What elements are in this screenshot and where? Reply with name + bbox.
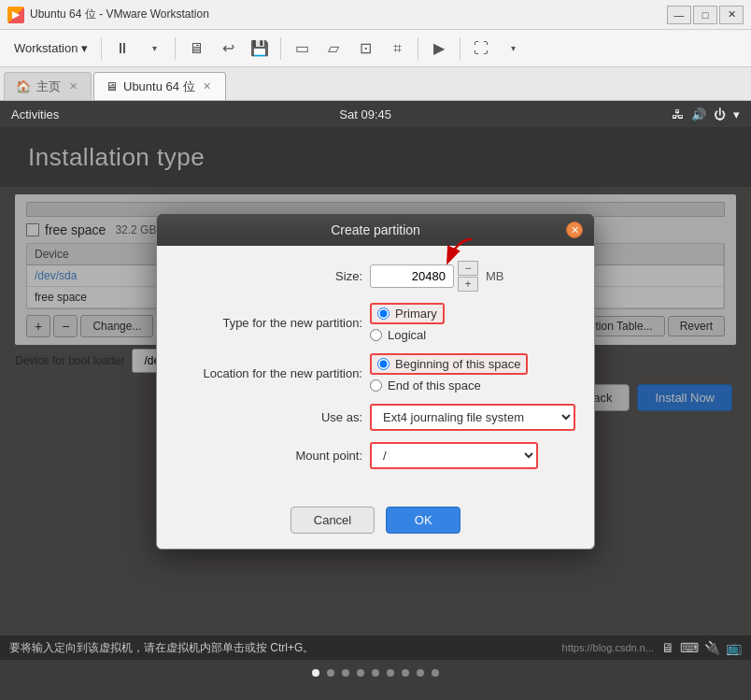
- suspend-button[interactable]: 💾: [246, 36, 274, 62]
- end-radio-row: End of this space: [370, 379, 528, 393]
- home-tab-label: 主页: [36, 79, 61, 95]
- dot-4: [357, 669, 364, 677]
- toolbar-view-3[interactable]: ⊡: [351, 36, 379, 62]
- partition-type-row: Type for the new partition: Primary Logi…: [176, 303, 575, 342]
- partition-type-label: Type for the new partition:: [176, 316, 362, 330]
- toolbar-dropdown-1[interactable]: ▾: [140, 36, 168, 62]
- toolbar-sep-3: [280, 37, 281, 60]
- end-radio[interactable]: [370, 379, 382, 392]
- size-input-group: − + MB: [370, 261, 504, 292]
- usb-icon: 🔌: [704, 640, 720, 655]
- ubuntu-topbar-right: 🖧 🔊 ⏻ ▾: [672, 107, 740, 121]
- location-label: Location for the new partition:: [176, 366, 362, 380]
- toolbar-sep-5: [460, 37, 461, 60]
- terminal-button[interactable]: ▶: [425, 36, 453, 62]
- toolbar-view-4[interactable]: ⌗: [383, 36, 411, 62]
- size-stepper: − +: [458, 261, 478, 292]
- mount-point-row: Mount point: /: [176, 442, 575, 469]
- primary-label: Primary: [395, 307, 437, 321]
- size-input[interactable]: [370, 264, 454, 288]
- pause-button[interactable]: ⏸: [108, 36, 136, 62]
- keyboard-icon: ⌨: [680, 640, 699, 655]
- dialog-titlebar: Create partition ✕: [157, 214, 594, 246]
- beginning-radio-row: Beginning of this space: [370, 353, 528, 375]
- toolbar-sep-2: [175, 37, 176, 60]
- cancel-button[interactable]: Cancel: [290, 507, 375, 534]
- size-increase-button[interactable]: +: [458, 277, 478, 292]
- window-title: Ubuntu 64 位 - VMware Workstation: [30, 7, 667, 22]
- dot-7: [402, 669, 409, 677]
- toolbar-sep-4: [418, 37, 418, 60]
- dropdown-arrow: ▾: [81, 41, 88, 55]
- statusbar: 要将输入定向到该虚拟机，请在虚拟机内部单击或按 Ctrl+G。 https://…: [0, 636, 751, 660]
- size-row: Size: − + MB: [176, 261, 575, 292]
- modal-overlay: Create partition ✕ Size: − +: [0, 127, 751, 636]
- size-decrease-button[interactable]: −: [458, 261, 478, 276]
- ubuntu-tab-icon: 🖥: [106, 79, 118, 93]
- size-unit: MB: [486, 269, 504, 283]
- toolbar-sep-1: [101, 37, 102, 60]
- ubuntu-content: Installation type free space 32.2 GB Dev…: [0, 127, 751, 636]
- size-label: Size:: [176, 269, 362, 283]
- toolbar-view-2[interactable]: ▱: [319, 36, 347, 62]
- dot-3: [342, 669, 349, 677]
- location-row: Location for the new partition: Beginnin…: [176, 353, 575, 393]
- minimize-button[interactable]: —: [667, 6, 691, 24]
- mount-point-select[interactable]: /: [370, 442, 538, 469]
- beginning-radio[interactable]: [377, 358, 390, 370]
- ubuntu-tab-label: Ubuntu 64 位: [123, 79, 195, 95]
- create-partition-dialog: Create partition ✕ Size: − +: [156, 213, 595, 550]
- logical-label: Logical: [388, 328, 426, 342]
- tab-bar: 🏠 主页 ✕ 🖥 Ubuntu 64 位 ✕: [0, 67, 751, 101]
- power-icon: ⏻: [714, 107, 726, 121]
- beginning-label: Beginning of this space: [395, 357, 520, 371]
- dialog-close-button[interactable]: ✕: [566, 221, 583, 238]
- home-tab-icon: 🏠: [16, 79, 31, 93]
- ubuntu-topbar-left: Activities: [11, 107, 59, 121]
- statusbar-url: https://blog.csdn.n...: [562, 642, 654, 653]
- dot-5: [372, 669, 379, 677]
- dot-1: [312, 669, 319, 677]
- use-as-select[interactable]: Ext4 journaling file system: [370, 404, 575, 431]
- activities-label: Activities: [11, 107, 59, 121]
- workstation-menu[interactable]: Workstation ▾: [7, 36, 94, 62]
- vm-viewport[interactable]: Activities Sat 09:45 🖧 🔊 ⏻ ▾ Installatio…: [0, 101, 751, 636]
- snapshot-button[interactable]: 🖥: [182, 36, 210, 62]
- app-icon: ▶: [7, 7, 24, 23]
- tab-ubuntu[interactable]: 🖥 Ubuntu 64 位 ✕: [93, 72, 226, 100]
- dot-6: [387, 669, 394, 677]
- ok-button[interactable]: OK: [386, 507, 461, 534]
- statusbar-icons: 🖥 ⌨ 🔌 📺: [661, 640, 742, 655]
- ubuntu-clock: Sat 09:45: [339, 107, 391, 121]
- logical-radio[interactable]: [370, 329, 382, 341]
- fullscreen-dropdown[interactable]: ▾: [499, 36, 527, 62]
- sound-icon: 🔊: [691, 107, 706, 121]
- main-toolbar: Workstation ▾ ⏸ ▾ 🖥 ↩ 💾 ▭ ▱ ⊡ ⌗ ▶ ⛶ ▾: [0, 30, 751, 67]
- home-tab-close[interactable]: ✕: [66, 80, 79, 93]
- fullscreen-button[interactable]: ⛶: [467, 36, 495, 62]
- topbar-arrow: ▾: [733, 107, 740, 121]
- dot-8: [417, 669, 424, 677]
- toolbar-view-1[interactable]: ▭: [288, 36, 316, 62]
- dot-2: [327, 669, 334, 677]
- maximize-button[interactable]: □: [693, 6, 717, 24]
- primary-radio-row: Primary: [370, 303, 445, 324]
- dialog-body: Size: − + MB: [157, 246, 594, 495]
- dot-9: [432, 669, 439, 677]
- revert-vm-button[interactable]: ↩: [214, 36, 242, 62]
- logical-radio-row: Logical: [370, 328, 445, 342]
- close-button[interactable]: ✕: [719, 6, 744, 24]
- dialog-title: Create partition: [185, 222, 566, 237]
- vm-status-icon: 🖥: [661, 640, 674, 655]
- ubuntu-tab-close[interactable]: ✕: [201, 80, 214, 93]
- network-icon: 🖧: [672, 107, 684, 121]
- tab-home[interactable]: 🏠 主页 ✕: [4, 72, 92, 100]
- workstation-label: Workstation: [14, 41, 78, 55]
- window-controls: — □ ✕: [667, 6, 744, 24]
- mount-point-label: Mount point:: [176, 449, 362, 463]
- primary-radio[interactable]: [377, 307, 390, 320]
- pagination-dots: [0, 660, 751, 686]
- location-group: Beginning of this space End of this spac…: [370, 353, 528, 393]
- dialog-actions: Cancel OK: [157, 495, 594, 549]
- ubuntu-topbar: Activities Sat 09:45 🖧 🔊 ⏻ ▾: [0, 101, 751, 127]
